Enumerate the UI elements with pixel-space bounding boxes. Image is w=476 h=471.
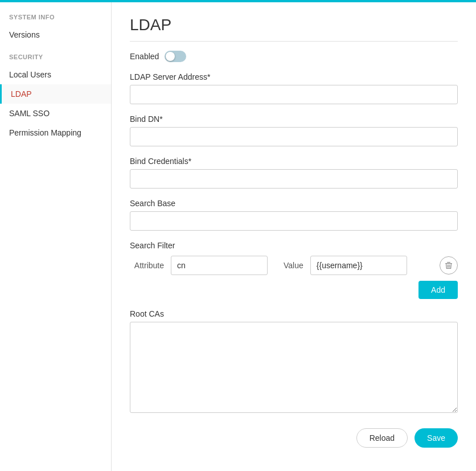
attribute-input[interactable]: [171, 256, 268, 275]
sidebar-item-local-users[interactable]: Local Users: [0, 65, 111, 84]
reload-button[interactable]: Reload: [356, 428, 408, 448]
root-cas-textarea[interactable]: [130, 322, 458, 413]
svg-rect-0: [445, 263, 452, 264]
value-input[interactable]: [310, 256, 407, 275]
bind-credentials-label: Bind Credentials*: [130, 157, 458, 166]
save-button[interactable]: Save: [415, 428, 458, 448]
main-content: LDAP Enabled LDAP Server Address* Bind D…: [112, 2, 476, 471]
bind-credentials-section: Bind Credentials*: [130, 157, 458, 189]
bind-dn-input[interactable]: [130, 127, 458, 146]
add-button[interactable]: Add: [418, 281, 458, 299]
system-info-label: SYSTEM INFO: [0, 14, 111, 25]
ldap-server-address-input[interactable]: [130, 85, 458, 104]
search-base-input[interactable]: [130, 211, 458, 231]
value-label: Value: [284, 261, 303, 270]
page-title: LDAP: [130, 16, 458, 42]
enabled-row: Enabled: [130, 51, 458, 62]
search-base-section: Search Base: [130, 199, 458, 231]
svg-rect-1: [447, 262, 450, 263]
enabled-label: Enabled: [130, 52, 159, 61]
sidebar: SYSTEM INFO Versions SECURITY Local User…: [0, 2, 112, 471]
system-info-section: SYSTEM INFO Versions: [0, 14, 111, 44]
trash-icon: [444, 261, 453, 270]
bind-dn-label: Bind DN*: [130, 114, 458, 124]
bind-dn-section: Bind DN*: [130, 114, 458, 146]
add-button-row: Add: [130, 281, 458, 299]
enabled-toggle[interactable]: [165, 51, 186, 62]
sidebar-item-saml-sso[interactable]: SAML SSO: [0, 104, 111, 123]
ldap-server-address-label: LDAP Server Address*: [130, 72, 458, 81]
sidebar-item-versions[interactable]: Versions: [0, 25, 111, 44]
filter-row: Attribute Value: [130, 256, 458, 275]
search-base-label: Search Base: [130, 199, 458, 208]
root-cas-label: Root CAs: [130, 309, 458, 318]
toggle-thumb: [166, 52, 175, 61]
root-cas-section: Root CAs: [130, 309, 458, 415]
delete-filter-button[interactable]: [440, 256, 458, 275]
bind-credentials-input[interactable]: [130, 169, 458, 189]
sidebar-item-permission-mapping[interactable]: Permission Mapping: [0, 123, 111, 142]
security-label: SECURITY: [0, 54, 111, 65]
search-filter-label: Search Filter: [130, 241, 458, 250]
search-filter-section: Search Filter Attribute Value: [130, 241, 458, 275]
toggle-track: [165, 51, 186, 62]
ldap-server-address-section: LDAP Server Address*: [130, 72, 458, 104]
footer-actions: Reload Save: [130, 428, 458, 448]
security-section: SECURITY Local Users LDAP SAML SSO Permi…: [0, 54, 111, 142]
sidebar-item-ldap[interactable]: LDAP: [0, 84, 111, 104]
attribute-label: Attribute: [130, 261, 164, 270]
